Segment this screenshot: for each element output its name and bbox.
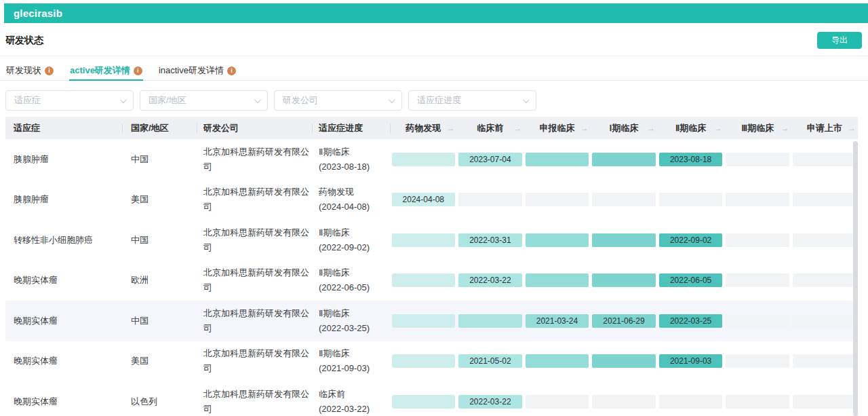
column-header-region: 国家/地区 [122, 117, 197, 139]
progress-bar [526, 153, 589, 166]
company-name: 北京加科思新药研发有限公司 [203, 225, 312, 255]
phase-slot-4 [591, 381, 658, 416]
progress-bar-empty [793, 153, 856, 166]
phase-label: Ⅱ期临床 [675, 122, 706, 134]
arrow-right-icon: → [848, 124, 856, 133]
progress-bar-empty [726, 273, 789, 287]
phase-slot-5: 2022-06-05 [657, 261, 724, 301]
phase-slot-3 [524, 139, 591, 180]
arrow-right-icon: → [714, 124, 722, 133]
progress-bar-empty [726, 314, 789, 328]
progress-bar: 2021-03-24 [526, 314, 589, 328]
tab-rd-active-detail[interactable]: active研发详情i [69, 61, 143, 80]
progress-bar [392, 354, 456, 368]
table-row[interactable]: 晚期实体瘤美国北京加科思新药研发有限公司Ⅱ期临床(2021-09-03)2021… [5, 341, 858, 382]
progress-bar [392, 395, 456, 409]
cell-progress: Ⅱ期临床(2021-09-03) [312, 341, 390, 382]
cell-indication: 胰腺肿瘤 [5, 180, 122, 221]
cell-region: 美国 [122, 180, 197, 221]
progress-bar [592, 233, 656, 247]
phase-slot-7 [791, 180, 858, 221]
cell-region: 中国 [122, 301, 197, 341]
filter-placeholder: 研发公司 [283, 94, 318, 107]
progress-bar-empty [793, 273, 856, 287]
table-row[interactable]: 胰腺肿瘤美国北京加科思新药研发有限公司药物发现(2024-04-08)2024-… [5, 180, 858, 221]
progress-stage: 临床前 [319, 387, 390, 402]
table-row[interactable]: 转移性非小细胞肺癌中国北京加科思新药研发有限公司Ⅱ期临床(2022-09-02)… [5, 220, 858, 261]
cell-company: 北京加科思新药研发有限公司 [197, 180, 312, 221]
progress-bar-empty [526, 193, 589, 206]
phase-slot-7 [791, 139, 858, 180]
cell-company: 北京加科思新药研发有限公司 [197, 341, 312, 382]
filter-select-company[interactable]: 研发公司 [274, 90, 402, 111]
table-row[interactable]: 晚期实体瘤欧洲北京加科思新药研发有限公司Ⅱ期临床(2022-06-05)2022… [5, 261, 858, 301]
phase-slot-1 [390, 341, 457, 382]
table-header: 适应症 国家/地区 研发公司 适应症进度 药物发现→临床前→申报临床→Ⅰ期临床→… [5, 117, 858, 139]
phase-slot-1 [390, 301, 457, 341]
cell-company: 北京加科思新药研发有限公司 [197, 381, 312, 416]
tab-label: inactive研发详情 [159, 64, 224, 77]
vertical-scrollbar-thumb[interactable] [853, 141, 858, 416]
cell-progress: 药物发现(2024-04-08) [312, 180, 390, 221]
progress-bar-empty [726, 233, 789, 247]
table-row[interactable]: 晚期实体瘤中国北京加科思新药研发有限公司Ⅱ期临床(2022-03-25)2021… [5, 301, 858, 341]
progress-bar-empty [458, 193, 522, 206]
phase-slot-6 [724, 301, 791, 341]
filter-placeholder: 适应症 [14, 94, 41, 107]
phase-slot-1 [390, 139, 457, 180]
filter-select-progress[interactable]: 适应症进度 [408, 90, 536, 111]
progress-date: (2022-06-05) [319, 280, 390, 295]
filter-select-indication[interactable]: 适应症 [5, 90, 134, 111]
table-body: 胰腺肿瘤中国北京加科思新药研发有限公司Ⅱ期临床(2023-08-18)2023-… [5, 139, 858, 416]
phase-slot-2: 2023-07-04 [457, 139, 524, 180]
progress-bar: 2023-07-04 [458, 153, 522, 166]
progress-bar: 2022-03-22 [458, 395, 522, 409]
phase-slot-2: 2021-05-02 [457, 341, 524, 382]
phase-slot-1 [390, 220, 457, 261]
arrow-right-icon: → [781, 124, 789, 133]
progress-stage: Ⅱ期临床 [319, 225, 390, 240]
progress-stage: 药物发现 [319, 185, 390, 200]
phase-slot-1 [390, 261, 457, 301]
phase-slot-5 [657, 381, 724, 416]
column-header-phase-1: 药物发现→ [390, 117, 457, 139]
phase-slot-5 [657, 180, 724, 221]
phase-slot-6 [724, 139, 791, 180]
progress-date: (2021-09-03) [319, 361, 390, 376]
progress-bar-empty [659, 193, 723, 206]
progress-bar [526, 354, 589, 368]
table-row[interactable]: 晚期实体瘤以色列北京加科思新药研发有限公司临床前(2022-03-22)2022… [5, 381, 858, 416]
tab-rd-status[interactable]: 研发现状i [5, 61, 54, 80]
phase-slot-7 [791, 381, 858, 416]
phase-slot-1: 2024-04-08 [390, 180, 457, 221]
table-row[interactable]: 胰腺肿瘤中国北京加科思新药研发有限公司Ⅱ期临床(2023-08-18)2023-… [5, 139, 858, 180]
filter-placeholder: 国家/地区 [149, 94, 186, 107]
cell-indication: 晚期实体瘤 [5, 341, 122, 382]
phase-slot-7 [791, 341, 858, 382]
column-header-phase-4: Ⅰ期临床→ [591, 117, 658, 139]
company-name: 北京加科思新药研发有限公司 [203, 387, 312, 416]
export-button[interactable]: 导出 [817, 32, 862, 49]
cell-progress: Ⅱ期临床(2023-08-18) [312, 139, 390, 180]
progress-stage: Ⅱ期临床 [319, 145, 390, 159]
phase-slot-4 [591, 341, 658, 382]
cell-region: 中国 [122, 220, 197, 261]
phase-label: Ⅲ期临床 [741, 122, 774, 134]
phase-slot-3 [524, 261, 591, 301]
chevron-down-icon [254, 96, 261, 103]
column-header-progress: 适应症进度 [312, 117, 390, 139]
filter-select-region[interactable]: 国家/地区 [140, 90, 268, 111]
info-icon: i [134, 67, 142, 75]
info-icon: i [227, 67, 236, 75]
progress-bar-empty [793, 354, 856, 368]
column-header-phase-6: Ⅲ期临床→ [724, 117, 791, 139]
column-header-phase-3: 申报临床→ [524, 117, 591, 139]
progress-bar [526, 273, 589, 287]
progress-bar [526, 233, 589, 247]
tab-rd-inactive-detail[interactable]: inactive研发详情i [158, 61, 237, 80]
chevron-down-icon [523, 96, 530, 103]
progress-bar-empty [793, 233, 856, 247]
tab-bar: 研发现状iactive研发详情iinactive研发详情i [0, 61, 868, 81]
progress-bar: 2024-04-08 [392, 193, 456, 206]
progress-bar [392, 233, 456, 247]
